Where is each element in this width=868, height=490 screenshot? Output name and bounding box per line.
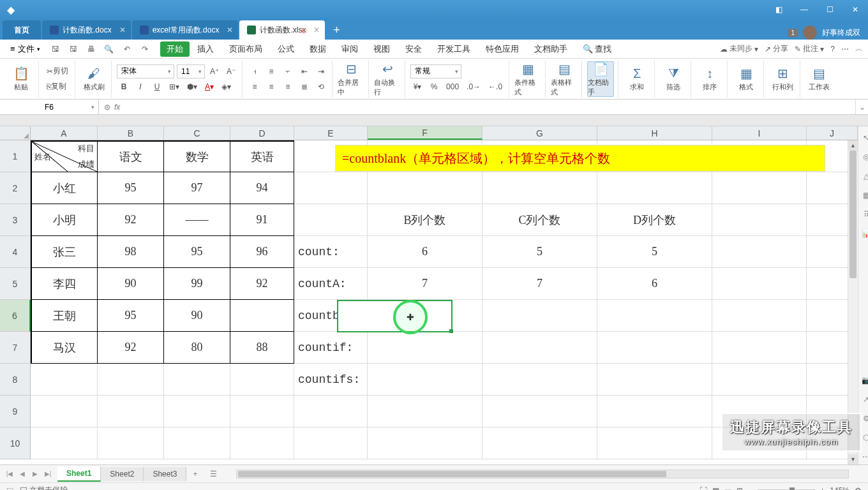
row-header[interactable]: 7 [0, 332, 31, 364]
select-tool-icon[interactable]: ↖ [858, 130, 868, 145]
cell[interactable]: countA: [294, 268, 368, 300]
row-header[interactable]: 8 [0, 364, 31, 396]
sheet-list-icon[interactable]: ☰ [204, 470, 223, 479]
tab-special[interactable]: 特色应用 [478, 40, 527, 59]
col-header-D[interactable]: D [230, 126, 294, 140]
tab-doc3[interactable]: 计数函数.xlsx ✕ ◐ [239, 20, 325, 40]
row-header[interactable]: 2 [0, 172, 31, 204]
cell[interactable] [164, 427, 230, 459]
cell[interactable]: 数学 [164, 140, 230, 172]
cell[interactable]: countif: [294, 332, 368, 364]
col-header-H[interactable]: H [597, 126, 712, 140]
tab-layout[interactable]: 页面布局 [221, 40, 270, 59]
print-icon[interactable]: 🖶 [84, 42, 99, 56]
cell[interactable] [368, 427, 483, 459]
align-justify-icon[interactable]: ≣ [297, 80, 311, 94]
cell[interactable] [294, 396, 368, 427]
tab-view[interactable]: 视图 [366, 40, 398, 59]
cell[interactable] [368, 300, 483, 332]
add-sheet-button[interactable]: + [186, 470, 204, 479]
cell[interactable] [294, 204, 368, 236]
cell[interactable] [98, 396, 164, 427]
cell[interactable] [712, 268, 807, 300]
cell[interactable]: 88 [230, 332, 294, 364]
cell[interactable] [368, 172, 483, 204]
apps-icon[interactable]: ⠿ [858, 207, 868, 222]
sync-button[interactable]: ☁ 未同步 ▾ [720, 43, 758, 54]
table-style-button[interactable]: ▤表格样式 [551, 61, 578, 97]
thousands-icon[interactable]: 000 [444, 80, 461, 94]
cell[interactable]: count: [294, 236, 368, 268]
align-center-icon[interactable]: ≡ [264, 80, 278, 94]
tab-dochelper[interactable]: 文档助手 [527, 40, 575, 59]
cell[interactable]: 张三 [31, 236, 98, 268]
tab-doc2[interactable]: excel常用函数.docx ✕ [132, 20, 239, 40]
first-sheet-icon[interactable]: |◀ [4, 468, 15, 480]
scroll-thumb[interactable] [849, 151, 857, 278]
formula-input[interactable] [125, 100, 855, 114]
cell[interactable]: 94 [230, 172, 294, 204]
horizontal-scrollbar[interactable] [236, 470, 849, 479]
col-header-C[interactable]: C [164, 126, 230, 140]
search-button[interactable]: 🔍 查找 [575, 40, 620, 59]
cell[interactable] [483, 332, 597, 364]
fill-color-icon[interactable]: ⬢▾ [184, 80, 200, 94]
zoom-level[interactable]: 145% [830, 486, 849, 491]
cell[interactable] [597, 332, 712, 364]
cell[interactable] [712, 332, 807, 364]
cell[interactable]: 92 [98, 332, 164, 364]
paste-button[interactable]: 📋粘贴 [8, 61, 34, 97]
align-left-icon[interactable]: ≡ [248, 80, 262, 94]
view-page-icon[interactable]: ▭ [724, 486, 731, 491]
cell[interactable] [712, 364, 807, 396]
cell[interactable] [98, 364, 164, 396]
decimal-dec-icon[interactable]: ←.0 [486, 80, 505, 94]
protect-status[interactable]: 🛡 文档未保护 [20, 485, 68, 490]
decrease-font-icon[interactable]: A⁻ [224, 64, 238, 78]
cell[interactable] [164, 364, 230, 396]
share-button[interactable]: ↗ 分享 [765, 43, 788, 54]
cell[interactable]: 王朝 [31, 300, 98, 332]
align-top-icon[interactable]: ⫞ [248, 64, 262, 78]
cell[interactable]: 92 [230, 268, 294, 300]
tab-formula[interactable]: 公式 [270, 40, 302, 59]
worksheet-button[interactable]: ▤工作表 [805, 61, 832, 97]
cell[interactable] [31, 364, 98, 396]
name-box[interactable]: F6 [0, 100, 99, 114]
align-bottom-icon[interactable]: ⫟ [281, 64, 295, 78]
share-icon[interactable]: ↗ [858, 392, 868, 407]
cell[interactable]: 95 [98, 172, 164, 204]
tab-devtools[interactable]: 开发工具 [430, 40, 478, 59]
cell[interactable]: 91 [230, 204, 294, 236]
cell[interactable]: 语文 [98, 140, 164, 172]
doc-helper-button[interactable]: 📄文档助手 [587, 61, 614, 97]
col-header-I[interactable]: I [712, 126, 807, 140]
copy-button[interactable]: ⎘ 复制 [44, 80, 69, 94]
filter-button[interactable]: ⧩筛选 [660, 61, 687, 97]
sheet-tab-1[interactable]: Sheet1 [57, 466, 101, 482]
target-icon[interactable]: ◎ [858, 149, 868, 165]
close-icon[interactable]: ✕ [119, 26, 126, 34]
settings-icon[interactable]: ⚙ [855, 486, 862, 491]
minimize-button[interactable]: — [791, 0, 817, 19]
cell[interactable] [712, 172, 807, 204]
last-sheet-icon[interactable]: ▶| [42, 468, 54, 480]
select-all-button[interactable] [0, 126, 31, 140]
cell[interactable]: 92 [98, 204, 164, 236]
format-button[interactable]: ▦格式 [733, 61, 760, 97]
close-icon[interactable]: ✕ [313, 26, 320, 34]
cut-button[interactable]: ✂ 剪切 [44, 64, 71, 78]
col-header-E[interactable]: E [294, 126, 368, 140]
cell[interactable]: countblank: [294, 300, 368, 332]
prev-sheet-icon[interactable]: ◀ [17, 468, 28, 480]
cell[interactable]: B列个数 [368, 204, 483, 236]
clear-format-icon[interactable]: ◈▾ [219, 80, 234, 94]
format-painter-button[interactable]: 🖌格式刷 [80, 61, 107, 97]
view-break-icon[interactable]: ⊞ [737, 486, 743, 491]
col-header-F[interactable]: F [368, 126, 483, 140]
cell[interactable] [712, 300, 807, 332]
close-icon[interactable]: ✕ [227, 26, 233, 34]
cell[interactable] [483, 300, 597, 332]
cell[interactable]: 科目姓名成绩 [31, 140, 98, 172]
cell[interactable]: 95 [164, 236, 230, 268]
